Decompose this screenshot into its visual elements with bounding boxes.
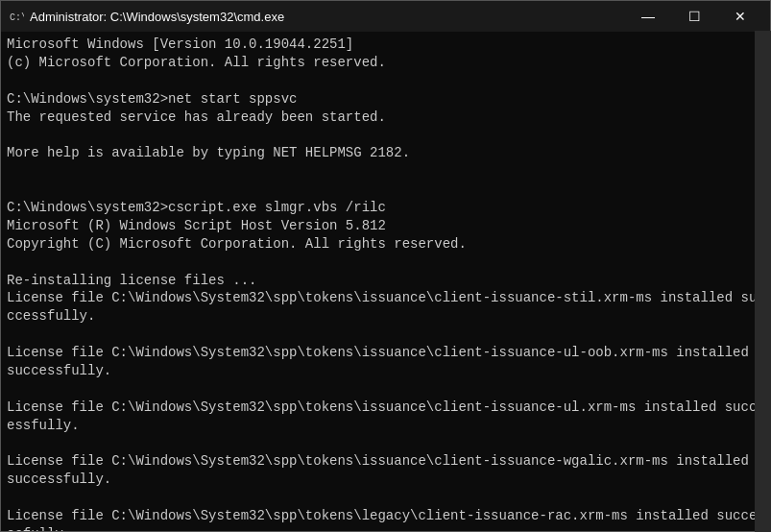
maximize-button[interactable]: ☐: [672, 1, 716, 32]
scrollbar[interactable]: [755, 31, 771, 532]
minimize-button[interactable]: —: [626, 1, 670, 32]
title-bar-left: C:\ Administrator: C:\Windows\system32\c…: [9, 9, 284, 24]
close-button[interactable]: ✕: [718, 1, 762, 32]
cmd-window: C:\ Administrator: C:\Windows\system32\c…: [0, 0, 771, 532]
title-bar: C:\ Administrator: C:\Windows\system32\c…: [1, 1, 770, 32]
svg-text:C:\: C:\: [10, 12, 24, 23]
title-bar-text: Administrator: C:\Windows\system32\cmd.e…: [30, 10, 284, 24]
cmd-icon: C:\: [9, 9, 24, 24]
console-output: Microsoft Windows [Version 10.0.19044.22…: [1, 32, 770, 531]
title-bar-controls: — ☐ ✕: [626, 1, 762, 32]
